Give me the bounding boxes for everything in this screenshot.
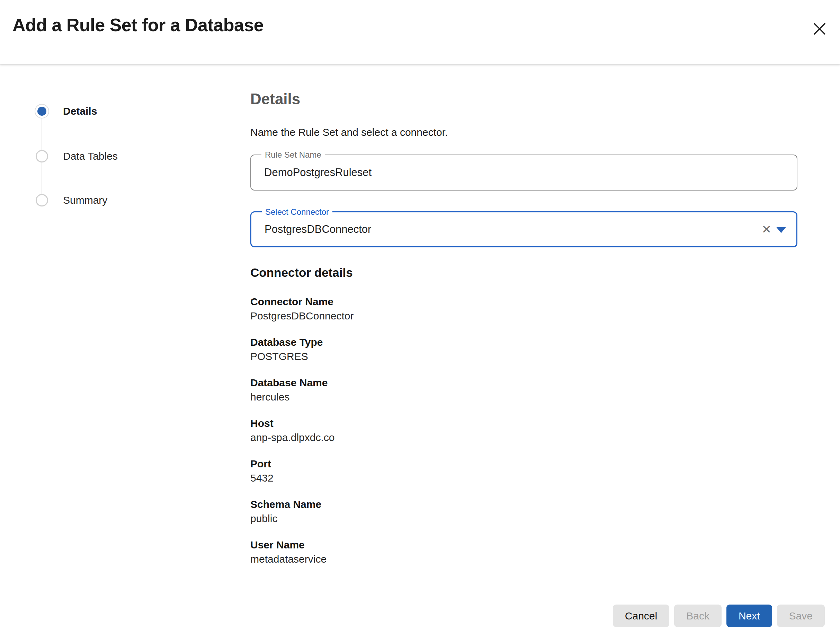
detail-label: Schema Name xyxy=(250,498,797,511)
step-details-panel: Details Name the Rule Set and select a c… xyxy=(250,65,797,566)
detail-port: Port 5432 xyxy=(250,457,797,485)
connector-details-heading: Connector details xyxy=(250,266,797,280)
stepper-step-data-tables[interactable]: Data Tables xyxy=(0,149,223,164)
step-label: Details xyxy=(63,105,97,117)
next-button[interactable]: Next xyxy=(726,604,772,627)
rule-set-name-input[interactable] xyxy=(264,155,749,190)
cancel-button[interactable]: Cancel xyxy=(613,604,669,627)
section-heading: Details xyxy=(250,90,797,108)
dialog-header: Add a Rule Set for a Database xyxy=(0,0,840,65)
detail-value: 5432 xyxy=(250,471,797,485)
add-rule-set-dialog: Add a Rule Set for a Database Details xyxy=(0,0,840,634)
detail-value: hercules xyxy=(250,390,797,404)
detail-label: Database Type xyxy=(250,336,797,349)
section-description: Name the Rule Set and select a connector… xyxy=(250,126,797,139)
detail-value: POSTGRES xyxy=(250,349,797,364)
wizard-stepper: Details Data Tables Summary xyxy=(0,65,223,587)
detail-value: public xyxy=(250,512,797,526)
select-connector-field: Select Connector ✕ xyxy=(250,211,797,247)
dialog-body: Details Data Tables Summary Details Name… xyxy=(0,65,840,634)
step-idle-circle-icon xyxy=(36,194,48,207)
save-button[interactable]: Save xyxy=(777,604,825,627)
dialog-footer: Cancel Back Next Save xyxy=(613,604,825,627)
detail-value: metadataservice xyxy=(250,552,797,566)
step-idle-circle-icon xyxy=(36,150,48,163)
dropdown-arrow-icon[interactable] xyxy=(776,227,786,233)
detail-host: Host anp-spa.dlpxdc.co xyxy=(250,417,797,444)
detail-label: Connector Name xyxy=(250,295,797,308)
rule-set-name-field: Rule Set Name xyxy=(250,155,797,191)
detail-label: User Name xyxy=(250,538,797,552)
stepper-step-summary[interactable]: Summary xyxy=(0,193,223,208)
step-active-circle-icon xyxy=(35,104,49,119)
detail-label: Database Name xyxy=(250,376,797,389)
close-icon xyxy=(812,22,827,37)
detail-label: Host xyxy=(250,417,797,430)
detail-schema-name: Schema Name public xyxy=(250,498,797,526)
stepper-step-details[interactable]: Details xyxy=(0,104,223,119)
detail-value: PostgresDBConnector xyxy=(250,309,797,323)
back-button[interactable]: Back xyxy=(674,604,722,627)
detail-database-name: Database Name hercules xyxy=(250,376,797,404)
detail-user-name: User Name metadataservice xyxy=(250,538,797,566)
step-label: Data Tables xyxy=(63,150,118,162)
step-label: Summary xyxy=(63,194,107,206)
select-connector-input[interactable] xyxy=(265,212,749,246)
clear-selection-icon[interactable]: ✕ xyxy=(762,223,772,235)
dialog-title: Add a Rule Set for a Database xyxy=(13,14,264,36)
detail-value: anp-spa.dlpxdc.co xyxy=(250,431,797,444)
detail-label: Port xyxy=(250,457,797,471)
detail-database-type: Database Type POSTGRES xyxy=(250,336,797,364)
close-button[interactable] xyxy=(810,20,829,39)
detail-connector-name: Connector Name PostgresDBConnector xyxy=(250,295,797,323)
